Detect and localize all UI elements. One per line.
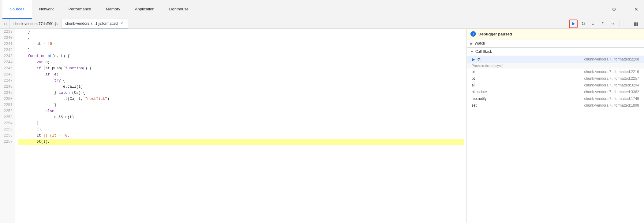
file-tab-chunk2[interactable]: chunk-vendors.7...1.js:formatted ✕	[62, 19, 128, 28]
debugger-paused-label: Debugger paused	[478, 32, 512, 36]
code-line: try {	[18, 78, 464, 84]
line-number: 2244	[2, 59, 13, 65]
svg-rect-1	[572, 22, 572, 25]
settings-button[interactable]: ⚙	[610, 5, 618, 14]
code-line: tt(Ca, t, "nextTick")	[18, 96, 464, 102]
more-icon: ⋮	[623, 6, 627, 12]
line-number: 2241	[2, 41, 13, 47]
call-stack-section-header[interactable]: ▼ Call Stack	[467, 48, 644, 56]
code-line: }	[18, 120, 464, 126]
sidebar-toggle-button[interactable]: ◁	[0, 19, 10, 28]
call-stack-location: chunk-vendors.7...formatted:1749	[584, 97, 639, 101]
call-stack-item[interactable]: me.notifychunk-vendors.7...formatted:174…	[467, 95, 644, 102]
more-menu-button[interactable]: ⋮	[621, 5, 629, 14]
call-stack-function-name: ct	[477, 57, 508, 61]
pause-icon: ▮▮	[634, 21, 638, 27]
call-stack-location: chunk-vendors.7...formatted:2216	[584, 70, 639, 74]
call-stack-function-name: set	[472, 103, 502, 108]
tab-memory[interactable]: Memory	[99, 0, 128, 19]
call-stack-location: chunk-vendors.7...formatted:1898	[584, 103, 639, 108]
nav-spacer	[196, 0, 606, 19]
tab-network[interactable]: Network	[32, 0, 61, 19]
resume-button[interactable]: ↻	[579, 20, 587, 28]
call-stack-item[interactable]: ▶ctchunk-vendors.7...formatted:2208	[467, 56, 644, 63]
watch-section-header[interactable]: ▶ Watch	[467, 39, 644, 47]
code-line: at = !0	[18, 41, 464, 47]
async-separator: Promise.then (async)	[467, 63, 644, 68]
call-stack-list: ▶ctchunk-vendors.7...formatted:2208Promi…	[467, 56, 644, 109]
step-out-button[interactable]: ⇡	[598, 20, 607, 28]
call-stack-location: chunk-vendors.7...formatted:3294	[584, 83, 639, 87]
file-tab-chunk1[interactable]: chunk-vendors.77daf991.js	[10, 19, 62, 28]
call-stack-location: chunk-vendors.7...formatted:2257	[584, 76, 639, 81]
line-number: 2243	[2, 53, 13, 59]
call-stack-location: chunk-vendors.7...formatted:2208	[584, 57, 639, 61]
file-tab-label: chunk-vendors.77daf991.js	[13, 22, 58, 26]
call-stack-item[interactable]: setchunk-vendors.7...formatted:1898	[467, 102, 644, 109]
watch-triangle-icon: ▶	[470, 42, 473, 45]
code-line: if (st.push((function() {	[18, 65, 464, 71]
call-stack-item[interactable]: eichunk-vendors.7...formatted:3294	[467, 82, 644, 89]
call-stack-function-name: pt	[472, 76, 502, 81]
call-stack-active-arrow-icon: ▶	[472, 57, 475, 62]
line-number: 2253	[2, 114, 13, 120]
line-number: 2239	[2, 29, 13, 35]
line-number: 2242	[2, 47, 13, 53]
line-number: 2257	[2, 139, 13, 145]
step-out-icon: ⇡	[601, 21, 605, 27]
step-over-button[interactable]: ⇣	[589, 20, 597, 28]
tab-sources[interactable]: Sources	[2, 0, 32, 19]
code-line: function pt(e, t) {	[18, 53, 464, 59]
line-number: 2248	[2, 84, 13, 90]
close-button[interactable]: ✕	[632, 5, 640, 14]
code-line: if (e)	[18, 71, 464, 78]
step-into-icon	[571, 21, 576, 26]
code-line: ot()),	[18, 139, 464, 145]
gear-icon: ⚙	[612, 6, 616, 12]
top-nav: Sources Network Performance Memory Appli…	[0, 0, 644, 19]
sidebar-toggle-icon: ◁	[3, 21, 6, 26]
debugger-paused-banner: i Debugger paused	[467, 29, 644, 39]
deactivate-breakpoints-button[interactable]: ⎯	[622, 20, 631, 28]
nav-icons: ⚙ ⋮ ✕	[606, 0, 644, 19]
call-stack-label: Call Stack	[475, 49, 492, 54]
code-content[interactable]: } , at = !0 } function pt(e, t) { var n;…	[15, 29, 466, 223]
step-over-icon: ⇣	[591, 21, 595, 27]
line-number: 2245	[2, 65, 13, 71]
info-icon: i	[470, 31, 476, 37]
call-stack-item[interactable]: otchunk-vendors.7...formatted:2216	[467, 68, 644, 75]
code-line: lt || (lt = !0,	[18, 133, 464, 139]
code-line: ,	[18, 35, 464, 41]
step-icon: ⇥	[611, 21, 615, 27]
call-stack-location: chunk-vendors.7...formatted:3362	[584, 90, 639, 94]
line-number: 2252	[2, 108, 13, 114]
code-lines-container: 2239224022412242224322442245224622472248…	[0, 29, 466, 223]
step-into-button[interactable]	[569, 20, 578, 28]
call-stack-triangle-icon: ▼	[470, 50, 474, 53]
call-stack-item[interactable]: ptchunk-vendors.7...formatted:2257	[467, 75, 644, 82]
file-tab-close-button[interactable]: ✕	[120, 21, 124, 26]
line-number: 2250	[2, 96, 13, 102]
code-line: }	[18, 29, 464, 35]
code-line: }	[18, 102, 464, 108]
code-line: var n;	[18, 59, 464, 65]
call-stack-function-name: ni.update	[472, 90, 502, 94]
step-button[interactable]: ⇥	[608, 20, 617, 28]
tab-performance[interactable]: Performance	[61, 0, 98, 19]
main-content: 2239224022412242224322442245224622472248…	[0, 29, 644, 223]
call-stack-function-name: ei	[472, 83, 502, 87]
close-icon: ✕	[634, 6, 638, 12]
tab-lighthouse[interactable]: Lighthouse	[162, 0, 196, 19]
line-number: 2255	[2, 126, 13, 133]
call-stack-section: ▼ Call Stack ▶ctchunk-vendors.7...format…	[467, 48, 644, 109]
watch-label: Watch	[475, 41, 485, 46]
tab-application[interactable]: Application	[128, 0, 162, 19]
file-tabs: ◁ chunk-vendors.77daf991.js chunk-vendor…	[0, 19, 644, 29]
right-panel: i Debugger paused ▶ Watch ▼ Call Stack ▶…	[466, 29, 644, 223]
resume-icon: ↻	[581, 21, 585, 27]
line-numbers: 2239224022412242224322442245224622472248…	[0, 29, 15, 223]
pause-on-exceptions-button[interactable]: ▮▮	[632, 20, 640, 28]
line-number: 2246	[2, 71, 13, 78]
svg-marker-0	[572, 22, 575, 25]
call-stack-item[interactable]: ni.updatechunk-vendors.7...formatted:336…	[467, 89, 644, 95]
